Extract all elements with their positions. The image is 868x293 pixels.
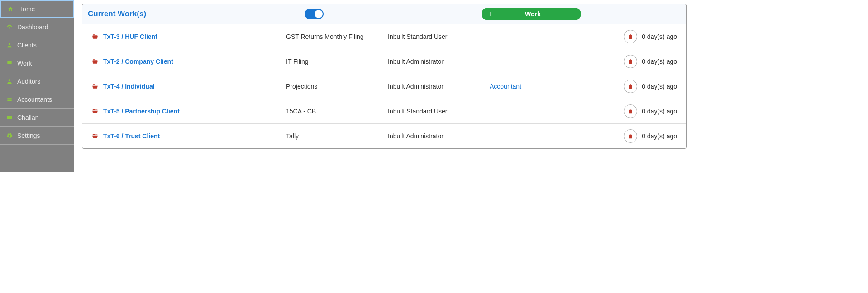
toggle-knob: [315, 10, 323, 18]
task-cell: Projections: [286, 83, 388, 90]
delete-button[interactable]: [624, 55, 637, 68]
sidebar-item-challan[interactable]: Challan: [0, 109, 74, 127]
sidebar-item-auditors[interactable]: Auditors: [0, 72, 74, 90]
folder-icon: [91, 33, 99, 40]
client-link[interactable]: TxT-6 / Trust Client: [103, 132, 160, 140]
home-icon: [6, 6, 14, 12]
sidebar-item-dashboard[interactable]: Dashboard: [0, 18, 74, 36]
user-cell: Inbuilt Administrator: [388, 58, 490, 65]
sidebar-item-label: Settings: [17, 132, 40, 139]
task-cell: 15CA - CB: [286, 108, 388, 115]
table-row: TxT-5 / Partnership Client 15CA - CB Inb…: [82, 99, 686, 124]
user-cell: Inbuilt Administrator: [388, 132, 490, 140]
laptop-icon: [5, 60, 14, 66]
toggle-switch[interactable]: [305, 9, 324, 19]
main-content: Current Work(s) Work: [74, 0, 694, 172]
client-link[interactable]: TxT-4 / Individual: [103, 83, 155, 90]
delete-button[interactable]: [624, 129, 637, 143]
panel-body: TxT-3 / HUF Client GST Returns Monthly F…: [82, 24, 686, 148]
delete-button[interactable]: [624, 30, 637, 43]
role-cell[interactable]: Accountant: [490, 83, 591, 90]
age-cell: 0 day(s) ago: [642, 33, 677, 40]
sidebar-item-clients[interactable]: Clients: [0, 36, 74, 54]
sidebar-item-label: Challan: [17, 114, 38, 121]
sidebar-item-accountants[interactable]: Accountants: [0, 90, 74, 109]
user-icon: [5, 78, 14, 85]
user-icon: [5, 42, 14, 48]
client-link[interactable]: TxT-3 / HUF Client: [103, 33, 157, 40]
folder-icon: [91, 83, 99, 90]
client-link[interactable]: TxT-5 / Partnership Client: [103, 108, 180, 115]
sidebar-item-home[interactable]: Home: [0, 0, 74, 18]
add-work-button[interactable]: Work: [482, 8, 581, 20]
current-works-panel: Current Work(s) Work: [82, 4, 687, 149]
card-icon: [5, 114, 14, 121]
gear-icon: [5, 132, 14, 139]
folder-icon: [91, 108, 99, 114]
dashboard-icon: [5, 24, 14, 30]
delete-button[interactable]: [624, 104, 637, 118]
table-row: TxT-4 / Individual Projections Inbuilt A…: [82, 74, 686, 99]
folder-icon: [91, 58, 99, 65]
sidebar-item-label: Auditors: [17, 78, 40, 85]
user-cell: Inbuilt Standard User: [388, 33, 490, 40]
table-row: TxT-6 / Trust Client Tally Inbuilt Admin…: [82, 124, 686, 148]
sidebar-item-settings[interactable]: Settings: [0, 127, 74, 145]
sidebar: Home Dashboard Clients Work Auditors: [0, 0, 74, 172]
sidebar-item-label: Work: [17, 60, 32, 67]
age-cell: 0 day(s) ago: [642, 83, 677, 90]
client-link[interactable]: TxT-2 / Company Client: [103, 58, 173, 65]
user-cell: Inbuilt Standard User: [388, 108, 490, 115]
sidebar-item-label: Home: [18, 5, 35, 13]
task-cell: IT Filing: [286, 58, 388, 65]
age-cell: 0 day(s) ago: [642, 132, 677, 140]
user-cell: Inbuilt Administrator: [388, 83, 490, 90]
table-row: TxT-3 / HUF Client GST Returns Monthly F…: [82, 24, 686, 49]
sidebar-item-work[interactable]: Work: [0, 54, 74, 72]
delete-button[interactable]: [624, 80, 637, 93]
task-cell: GST Returns Monthly Filing: [286, 33, 388, 40]
add-work-label: Work: [525, 10, 541, 18]
task-cell: Tally: [286, 132, 388, 140]
plus-icon: [488, 11, 493, 17]
sidebar-item-label: Accountants: [17, 96, 52, 103]
table-row: TxT-2 / Company Client IT Filing Inbuilt…: [82, 49, 686, 74]
list-icon: [5, 96, 14, 103]
age-cell: 0 day(s) ago: [642, 108, 677, 115]
folder-icon: [91, 133, 99, 139]
age-cell: 0 day(s) ago: [642, 58, 677, 65]
sidebar-item-label: Dashboard: [17, 24, 48, 31]
sidebar-item-label: Clients: [17, 42, 37, 49]
panel-title: Current Work(s): [88, 9, 146, 19]
panel-header: Current Work(s) Work: [82, 4, 686, 24]
